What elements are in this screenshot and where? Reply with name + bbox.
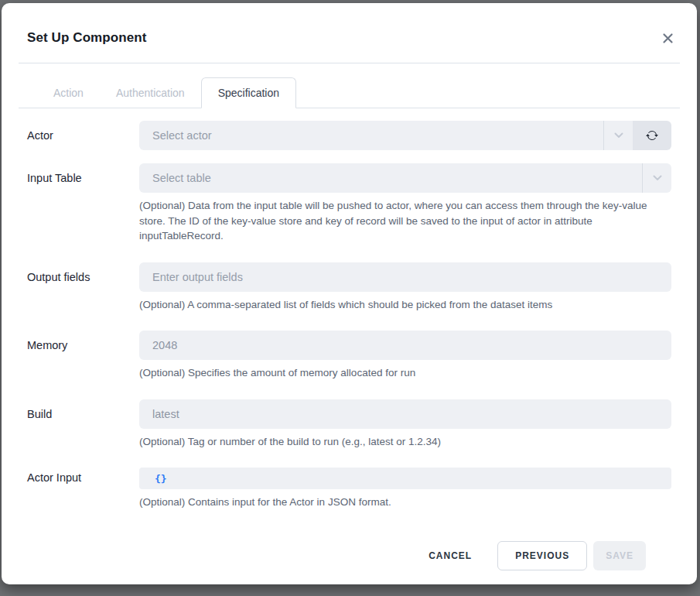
build-help-text: (Optional) Tag or number of the build to… [139, 434, 671, 450]
input-table-label: Input Table [27, 163, 139, 244]
specification-form: Actor Select actor [2, 108, 697, 570]
close-button[interactable] [658, 29, 677, 47]
field-group-build: Build (Optional) Tag or number of the bu… [27, 399, 671, 450]
close-icon [662, 33, 674, 44]
save-button[interactable]: SAVE [593, 541, 646, 570]
cancel-button[interactable]: CANCEL [411, 542, 489, 570]
tab-bar: Action Authentication Specification [19, 77, 680, 108]
setup-component-modal: Set Up Component Action Authentication S… [2, 3, 697, 584]
refresh-actors-button[interactable] [633, 121, 671, 150]
field-group-output-fields: Output fields (Optional) A comma-separat… [27, 262, 671, 313]
memory-input[interactable] [139, 331, 671, 360]
memory-label: Memory [27, 331, 139, 381]
header-divider [19, 63, 680, 63]
output-fields-input[interactable] [139, 262, 671, 292]
actor-input-label: Actor Input [27, 468, 139, 510]
input-table-help-text: (Optional) Data from the input table wil… [139, 198, 671, 244]
actor-select[interactable]: Select actor [139, 121, 633, 150]
chevron-down-icon[interactable] [642, 163, 671, 193]
previous-button[interactable]: PREVIOUS [497, 541, 587, 570]
build-input[interactable] [139, 399, 671, 429]
input-table-select-placeholder: Select table [152, 172, 211, 184]
actor-input-json-value: {} [155, 473, 167, 485]
memory-help-text: (Optional) Specifies the amount of memor… [139, 365, 671, 381]
refresh-icon [646, 129, 658, 142]
modal-title: Set Up Component [27, 30, 147, 46]
build-label: Build [27, 399, 139, 450]
actor-input-json-editor[interactable]: {} [139, 468, 671, 489]
tab-specification[interactable]: Specification [201, 77, 296, 108]
input-table-select[interactable]: Select table [139, 163, 671, 193]
actor-input-help-text: (Optional) Contains input for the Actor … [139, 495, 671, 510]
field-group-actor-input: Actor Input {} (Optional) Contains input… [27, 468, 671, 510]
field-group-input-table: Input Table Select table (Optional) Data… [27, 163, 671, 244]
modal-header: Set Up Component [2, 3, 697, 63]
field-group-memory: Memory (Optional) Specifies the amount o… [27, 331, 671, 381]
field-group-actor: Actor Select actor [27, 121, 671, 150]
tab-action[interactable]: Action [37, 78, 100, 108]
output-fields-help-text: (Optional) A comma-separated list of fie… [139, 297, 671, 313]
actor-label: Actor [27, 121, 139, 150]
modal-footer: CANCEL PREVIOUS SAVE [27, 529, 671, 570]
chevron-down-icon[interactable] [603, 121, 633, 150]
actor-select-placeholder: Select actor [152, 129, 212, 142]
output-fields-label: Output fields [27, 262, 139, 313]
tab-authentication[interactable]: Authentication [100, 78, 201, 108]
